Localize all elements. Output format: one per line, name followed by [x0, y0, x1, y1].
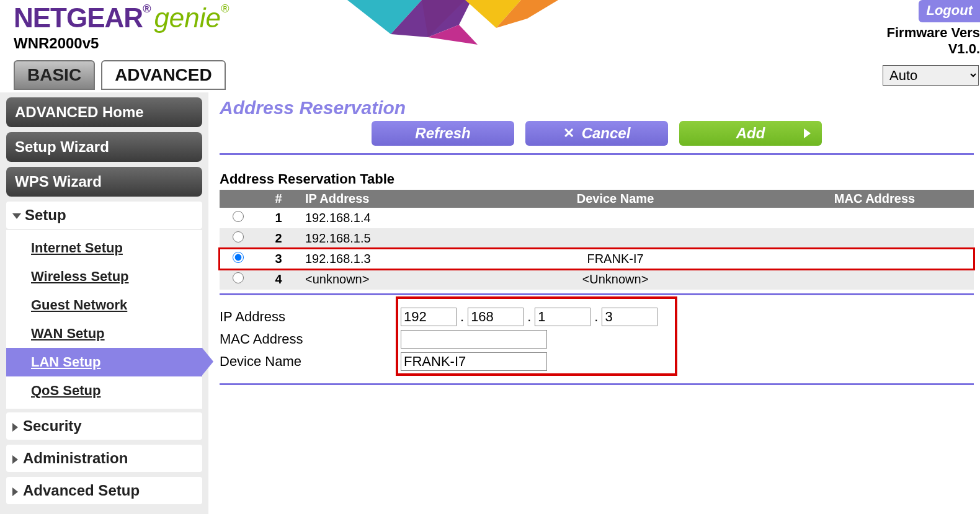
ip-octet-3[interactable]: [535, 308, 590, 326]
sidebar-item-wan-setup[interactable]: WAN Setup: [6, 319, 202, 348]
ip-octet-1[interactable]: [401, 308, 457, 326]
sidebar-item-guest-network[interactable]: Guest Network: [6, 291, 202, 319]
chevron-right-icon: [12, 455, 18, 464]
language-select[interactable]: Auto: [883, 65, 979, 86]
table-row[interactable]: 4 <unknown> <Unknown>: [220, 269, 974, 290]
brand-sub: genie®: [154, 2, 229, 33]
ip-label: IP Address: [220, 309, 401, 325]
action-buttons: Refresh ✕Cancel Add: [220, 121, 974, 155]
sidebar-setup-wizard[interactable]: Setup Wizard: [6, 132, 202, 162]
arrow-right-icon: [804, 128, 811, 138]
sidebar-setup-submenu: Internet Setup Wireless Setup Guest Netw…: [6, 230, 202, 409]
row-radio[interactable]: [233, 252, 244, 263]
reservation-table: # IP Address Device Name MAC Address 1 1…: [220, 190, 974, 290]
col-ip: IP Address: [300, 190, 455, 208]
close-icon: ✕: [563, 125, 574, 141]
main-content: Address Reservation Refresh ✕Cancel Add …: [208, 92, 980, 385]
table-row[interactable]: 2 192.168.1.5: [220, 228, 974, 249]
sidebar-item-lan-setup[interactable]: LAN Setup: [6, 348, 202, 376]
row-radio[interactable]: [233, 211, 244, 222]
chevron-right-icon: [12, 487, 18, 496]
col-mac: MAC Address: [775, 190, 974, 208]
chevron-right-icon: [12, 423, 18, 432]
table-row[interactable]: 3 192.168.1.3 FRANK-I7: [220, 249, 974, 269]
tab-basic[interactable]: BASIC: [14, 60, 95, 90]
table-title: Address Reservation Table: [220, 171, 974, 187]
sidebar: ADVANCED Home Setup Wizard WPS Wizard Se…: [0, 92, 208, 514]
col-device: Device Name: [455, 190, 775, 208]
firmware-version: Firmware Vers V1.0.: [887, 25, 980, 57]
header: NETGEAR® genie® WNR2000v5 Logout Firmwar…: [0, 0, 980, 59]
sidebar-wps-wizard[interactable]: WPS Wizard: [6, 167, 202, 197]
row-radio[interactable]: [233, 231, 244, 242]
ip-octet-4[interactable]: [602, 308, 657, 326]
mac-field[interactable]: [401, 330, 547, 349]
sidebar-section-setup[interactable]: Setup: [6, 202, 202, 229]
sidebar-section-advanced-setup[interactable]: Advanced Setup: [6, 477, 202, 504]
brand-name: NETGEAR®: [14, 2, 150, 33]
col-num: #: [257, 190, 300, 208]
ip-octet-2[interactable]: [468, 308, 523, 326]
device-name-field[interactable]: [401, 352, 547, 371]
sidebar-item-qos-setup[interactable]: QoS Setup: [6, 376, 202, 405]
cancel-button[interactable]: ✕Cancel: [525, 121, 668, 146]
sidebar-item-wireless-setup[interactable]: Wireless Setup: [6, 262, 202, 291]
sidebar-advanced-home[interactable]: ADVANCED Home: [6, 97, 202, 127]
page-title: Address Reservation: [220, 97, 974, 118]
row-radio[interactable]: [233, 272, 244, 283]
chevron-down-icon: [12, 213, 21, 219]
sidebar-section-security[interactable]: Security: [6, 412, 202, 440]
sidebar-section-administration[interactable]: Administration: [6, 445, 202, 472]
mac-label: MAC Address: [220, 331, 401, 347]
device-label: Device Name: [220, 354, 401, 370]
sidebar-item-internet-setup[interactable]: Internet Setup: [6, 234, 202, 262]
logout-button[interactable]: Logout: [919, 0, 980, 22]
form-area: IP Address . . . MAC Address Device Name: [220, 301, 974, 385]
tab-advanced[interactable]: ADVANCED: [101, 60, 226, 90]
top-tabs: BASIC ADVANCED Auto: [0, 60, 980, 90]
decorative-geometry: [335, 0, 583, 48]
refresh-button[interactable]: Refresh: [372, 121, 514, 146]
table-row[interactable]: 1 192.168.1.4: [220, 208, 974, 228]
add-button[interactable]: Add: [679, 121, 822, 146]
